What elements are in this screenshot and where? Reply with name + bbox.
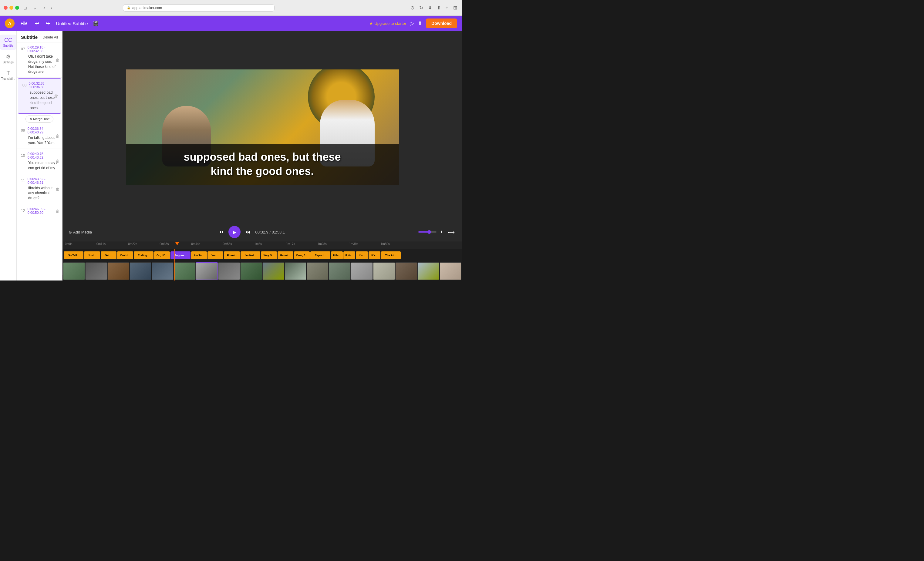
subtitle-clip[interactable]: Get ...	[101, 251, 117, 259]
chevron-down-icon[interactable]: ⌄	[31, 4, 39, 12]
subtitle-number: 07	[21, 47, 26, 51]
subtitle-clip[interactable]: Pills...	[331, 251, 343, 259]
sidebar-item-subtitle[interactable]: CC Subtitle	[0, 34, 16, 50]
sidebar-item-translation[interactable]: T Translati...	[0, 67, 16, 83]
zoom-out-button[interactable]: −	[410, 228, 416, 236]
subtitle-clip[interactable]: You ...	[207, 251, 223, 259]
url-text: app.animaker.com	[132, 6, 162, 10]
timeline-cursor	[174, 249, 175, 261]
video-thumbnail	[152, 262, 174, 280]
undo-button[interactable]: ↩	[34, 19, 40, 28]
subtitle-text: fibroids without any chemical drugs?	[21, 186, 58, 201]
subtitle-clip[interactable]: If Yo...	[344, 251, 355, 259]
video-controls: ⊕ Add Media ⏮ ▶ ⏭ 00:32.9 / 01:53.1 −	[63, 223, 462, 241]
delete-subtitle-button[interactable]: 🗑	[56, 134, 60, 139]
add-media-label: Add Media	[73, 230, 92, 235]
subtitle-time: 0:00:36.84 - 0:00:40.29	[28, 127, 58, 134]
subtitle-item[interactable]: 09 0:00:36.84 - 0:00:40.29 I'm talking a…	[16, 124, 62, 149]
subtitle-text: You mean to say I can get rid of my	[21, 160, 58, 171]
ruler-mark: 0m22s	[128, 242, 137, 245]
subtitle-clip[interactable]: It's...	[369, 251, 380, 259]
delete-subtitle-button[interactable]: 🗑	[56, 187, 60, 191]
subtitle-clip[interactable]: Report...	[310, 251, 330, 259]
maximize-button[interactable]	[15, 6, 19, 10]
subtitle-clip[interactable]: I'm Not...	[240, 251, 260, 259]
add-media-button[interactable]: ⊕ Add Media	[69, 230, 92, 235]
share-button[interactable]: ⬆	[418, 20, 422, 27]
preview-button[interactable]: ▷	[410, 20, 414, 27]
subtitle-time: 0:00:46.99 - 0:00:50.90	[28, 207, 58, 214]
subtitle-clip[interactable]: Way O...	[261, 251, 277, 259]
app-header: A File ↩ ↪ Untitled Subtitle 🎬 ★ Upgrade…	[0, 16, 462, 31]
sidebar-toggle-icon[interactable]: ⊡	[21, 4, 29, 12]
skip-back-button[interactable]: ⏮	[218, 228, 225, 236]
video-thumbnail	[307, 262, 328, 280]
subtitle-clip[interactable]: I'm Ta...	[191, 251, 207, 259]
subtitle-clip[interactable]: Pamel...	[278, 251, 293, 259]
subtitle-clip[interactable]: It's...	[356, 251, 368, 259]
lock-icon: 🔒	[127, 6, 130, 9]
delete-subtitle-button[interactable]: 🗑	[56, 209, 60, 214]
settings-icon: ⚙	[6, 53, 10, 60]
video-thumbnail	[85, 262, 107, 280]
download-icon[interactable]: ⬇	[427, 4, 433, 12]
delete-subtitle-button[interactable]: 🗑	[56, 159, 60, 164]
subtitle-line2: kind the good ones.	[211, 165, 314, 177]
file-menu-button[interactable]: File	[18, 20, 30, 27]
sidebar-item-settings[interactable]: ⚙ Settings	[0, 51, 16, 66]
share-icon[interactable]: ⬆	[436, 4, 442, 12]
delete-all-button[interactable]: Delete All	[42, 35, 58, 39]
subtitle-time: 0:00:32.88 - 0:00:36.83	[28, 82, 56, 89]
play-button[interactable]: ▶	[228, 226, 240, 238]
new-tab-icon[interactable]: +	[444, 4, 450, 12]
reload-icon[interactable]: ↻	[418, 4, 424, 12]
subtitle-number: 11	[21, 179, 26, 183]
ruler-mark: 1m50s	[381, 242, 390, 245]
subtitle-item[interactable]: 07 0:00:29.18 - 0:00:32.88 Oh, I don't t…	[16, 42, 62, 78]
redo-button[interactable]: ↪	[44, 19, 51, 28]
cast-icon[interactable]: ⊙	[409, 4, 416, 12]
zoom-slider[interactable]	[418, 231, 436, 233]
time-separator: /	[269, 230, 272, 235]
delete-subtitle-button[interactable]: 🗑	[54, 94, 58, 99]
close-button[interactable]	[4, 6, 8, 10]
ruler-mark: 1m39s	[349, 242, 358, 245]
subtitle-clip[interactable]: Oh, I D...	[154, 251, 170, 259]
traffic-lights	[4, 6, 19, 10]
video-thumbnail	[174, 262, 196, 280]
subtitle-item[interactable]: 11 0:00:43.52 - 0:00:46.91 fibroids with…	[16, 174, 62, 204]
delete-subtitle-button[interactable]: 🗑	[56, 58, 60, 63]
expand-button[interactable]: ⟷	[447, 228, 456, 236]
forward-button[interactable]: ›	[48, 4, 54, 12]
ruler-mark: 1m17s	[286, 242, 295, 245]
subtitle-clip[interactable]: I've H...	[117, 251, 133, 259]
subtitle-clip[interactable]: Just...	[84, 251, 100, 259]
total-time: 01:53.1	[272, 230, 285, 235]
edit-icon[interactable]: 🎬	[93, 21, 99, 26]
subtitle-overlay-text: supposed bad ones, but these kind the go…	[135, 150, 390, 179]
subtitle-clip[interactable]: The Alt...	[381, 251, 401, 259]
download-button[interactable]: Download	[426, 18, 457, 28]
video-thumbnail	[129, 262, 152, 280]
subtitle-item[interactable]: 10 0:00:40.75 - 0:00:43.52 You mean to s…	[16, 149, 62, 174]
subtitle-clip[interactable]: So Tell...	[64, 251, 83, 259]
url-bar[interactable]: 🔒 app.animaker.com	[123, 4, 274, 12]
back-button[interactable]: ‹	[41, 4, 47, 12]
subtitle-item[interactable]: 12 0:00:46.99 - 0:00:50.90 🗑	[16, 204, 62, 219]
current-time: 00:32.9	[255, 230, 268, 235]
subtitle-clip[interactable]: Dear, J...	[294, 251, 310, 259]
video-frame: supposed bad ones, but these kind the go…	[126, 69, 399, 185]
subtitle-item-active[interactable]: 08 0:00:32.88 - 0:00:36.83 supposed bad …	[18, 78, 61, 114]
extensions-icon[interactable]: ⊞	[452, 4, 458, 12]
cc-icon: CC	[4, 37, 12, 43]
ruler-mark: 0m0s	[65, 242, 72, 245]
subtitle-clip[interactable]: Ending...	[134, 251, 153, 259]
subtitle-clip[interactable]: Fibroi...	[224, 251, 240, 259]
video-thumbnail	[285, 262, 306, 280]
subtitle-clip-active[interactable]: Suppos...	[171, 251, 190, 259]
merge-text-button[interactable]: ✕ Merge Text	[26, 115, 53, 123]
zoom-in-button[interactable]: +	[439, 228, 444, 236]
skip-forward-button[interactable]: ⏭	[244, 228, 252, 236]
minimize-button[interactable]	[9, 6, 14, 10]
upgrade-button[interactable]: ★ Upgrade to starter	[369, 21, 406, 26]
